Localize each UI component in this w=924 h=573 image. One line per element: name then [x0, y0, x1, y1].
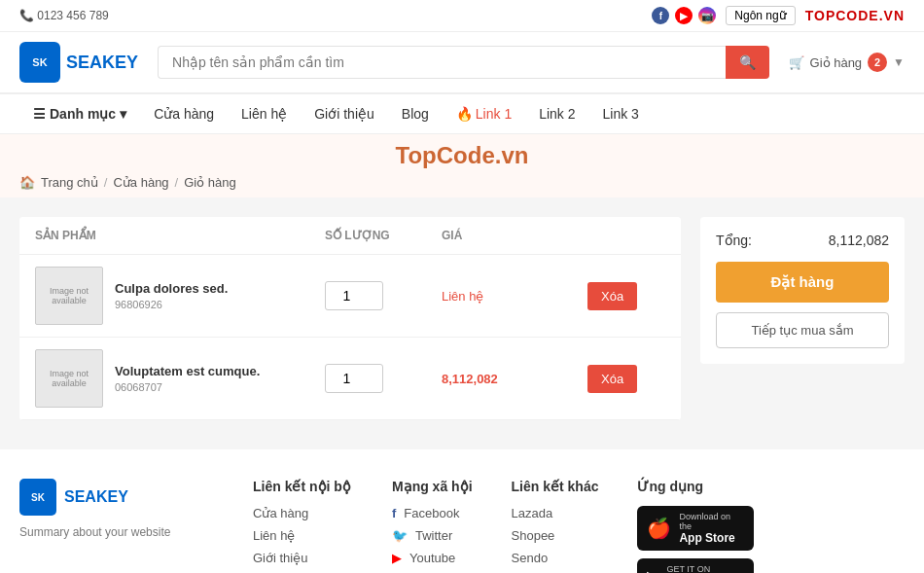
footer-social-title: Mạng xã hội [392, 479, 473, 494]
price-contact-1: Liên hệ [442, 289, 483, 304]
table-row: Image not available Voluptatem est cumqu… [19, 338, 681, 420]
total-label: Tổng: [716, 233, 752, 248]
language-button[interactable]: Ngôn ngữ [726, 6, 795, 25]
footer-top: SK SEAKEY Summary about your website Liê… [19, 479, 905, 573]
youtube-topbar-icon[interactable]: ▶ [675, 7, 693, 24]
list-item[interactable]: Cửa hàng [253, 506, 353, 520]
google-play-button[interactable]: ▶ GET IT ON Google Play [637, 558, 754, 573]
search-button[interactable]: 🔍 [726, 46, 769, 79]
col-product: SẢN PHẨM [35, 229, 325, 242]
footer-internal-links: Cửa hàng Liên hệ Giới thiệu Tra cứu đơn … [253, 506, 353, 573]
product-details-2: Voluptatem est cumque. 06068707 [115, 364, 260, 393]
footer-logo-icon: SK [19, 479, 56, 516]
product-name-1: Culpa dolores sed. [115, 281, 228, 296]
col-price: GIÁ [442, 229, 587, 242]
continue-button[interactable]: Tiếp tục mua sắm [716, 312, 889, 348]
qty-input-2[interactable] [325, 364, 383, 393]
product-sku-1: 96806926 [115, 299, 228, 310]
social-link-twitter[interactable]: 🐦 Twitter [392, 528, 473, 543]
product-action-2: Xóa [587, 365, 665, 393]
cart-count: 2 [868, 53, 887, 72]
product-image-1: Image not available [35, 267, 103, 325]
order-button[interactable]: Đặt hàng [716, 262, 889, 303]
cart-label: Giỏ hàng [810, 55, 863, 70]
page-title: TopCode.vn [19, 142, 905, 169]
app-store-button[interactable]: 🍎 Download on the App Store [637, 506, 754, 551]
product-qty-2 [325, 364, 442, 393]
footer-other-title: Liên kết khác [512, 479, 599, 494]
col-action [587, 229, 665, 242]
instagram-topbar-icon[interactable]: 📷 [698, 7, 716, 24]
top-bar-right: f ▶ 📷 Ngôn ngữ TOPCODE.VN [652, 6, 905, 25]
nav-item-link1[interactable]: 🔥 Link 1 [443, 94, 525, 133]
menu-icon: ☰ [33, 106, 46, 122]
facebook-topbar-icon[interactable]: f [652, 7, 669, 24]
social-icons: f ▶ 📷 [652, 7, 716, 24]
social-link-youtube[interactable]: ▶ Youtube [392, 551, 473, 565]
nav-item-lienhe[interactable]: Liên hệ [228, 94, 301, 133]
product-name-2: Voluptatem est cumque. [115, 364, 260, 378]
footer-col-apps: Ứng dụng 🍎 Download on the App Store ▶ G… [637, 479, 754, 573]
footer: SK SEAKEY Summary about your website Liê… [0, 449, 924, 573]
footer-internal-title: Liên kết nội bộ [253, 479, 353, 494]
qty-input-1[interactable] [325, 281, 383, 310]
cart-dropdown-arrow: ▼ [893, 55, 905, 69]
fire-icon: 🔥 [456, 106, 473, 122]
nav-item-gioithieu[interactable]: Giới thiệu [301, 94, 388, 133]
product-sku-2: 06068707 [115, 381, 260, 393]
col-qty: SỐ LƯỢNG [325, 229, 442, 242]
logo-icon: SK [19, 42, 60, 83]
nav-item-link2[interactable]: Link 2 [525, 94, 588, 133]
phone-number: 📞 0123 456 789 [19, 9, 109, 22]
summary-panel: Tổng: 8,112,082 Đặt hàng Tiếp tục mua sắ… [700, 217, 905, 364]
twitter-icon: 🐦 [392, 528, 408, 543]
product-info-1: Image not available Culpa dolores sed. 9… [35, 267, 325, 325]
list-item[interactable]: Lazada [512, 506, 599, 520]
delete-button-2[interactable]: Xóa [587, 365, 637, 393]
nav-item-link3[interactable]: Link 3 [589, 94, 653, 133]
chevron-down-icon: ▾ [120, 106, 126, 122]
product-info-2: Image not available Voluptatem est cumqu… [35, 349, 325, 408]
cart-table: SẢN PHẨM SỐ LƯỢNG GIÁ Image not availabl… [19, 217, 681, 420]
breadcrumb-area: TopCode.vn 🏠 Trang chủ / Cửa hàng / Giỏ … [0, 134, 924, 197]
total-value: 8,112,082 [829, 233, 889, 248]
footer-brand-name: SEAKEY [64, 488, 128, 506]
product-price-1: Liên hệ [442, 288, 587, 304]
product-action-1: Xóa [587, 282, 665, 310]
breadcrumb-current: Giỏ hàng [184, 175, 236, 190]
price-number-2: 8,112,082 [442, 372, 498, 386]
search-input[interactable] [158, 46, 726, 79]
footer-tagline: Summary about your website [19, 525, 214, 539]
google-play-icon: ▶ [647, 567, 658, 574]
google-play-label: GET IT ON [666, 564, 733, 573]
breadcrumb: 🏠 Trang chủ / Cửa hàng / Giỏ hàng [19, 175, 905, 190]
delete-button-1[interactable]: Xóa [587, 282, 637, 310]
breadcrumb-shop[interactable]: Cửa hàng [113, 175, 168, 190]
brand-logo-topbar: TOPCODE.VN [805, 8, 905, 23]
app-store-name: App Store [679, 531, 744, 545]
social-link-facebook[interactable]: f Facebook [392, 506, 473, 520]
list-item[interactable]: Shopee [512, 528, 599, 543]
nav-item-cuahang[interactable]: Cửa hàng [140, 94, 228, 133]
nav-item-danhmuc[interactable]: ☰ Danh mục ▾ [19, 94, 140, 133]
apple-icon: 🍎 [647, 517, 671, 540]
footer-social-links: f Facebook 🐦 Twitter ▶ Youtube 📷 Instagr… [392, 506, 473, 573]
footer-apps-title: Ứng dụng [637, 479, 754, 494]
list-item[interactable]: Giới thiệu [253, 551, 353, 565]
product-image-2: Image not available [35, 349, 103, 408]
footer-brand: SK SEAKEY Summary about your website [19, 479, 214, 573]
list-item[interactable]: Sendo [512, 551, 599, 565]
youtube-icon: ▶ [392, 551, 402, 565]
header-logo[interactable]: SK SEAKEY [19, 42, 138, 83]
footer-col-social: Mạng xã hội f Facebook 🐦 Twitter ▶ Youtu… [392, 479, 473, 573]
cart-icon: 🛒 [789, 55, 804, 70]
top-bar: 📞 0123 456 789 f ▶ 📷 Ngôn ngữ TOPCODE.VN [0, 0, 924, 32]
breadcrumb-home[interactable]: Trang chủ [41, 175, 98, 190]
cart-area[interactable]: 🛒 Giỏ hàng 2 ▼ [789, 53, 905, 72]
footer-col-other: Liên kết khác Lazada Shopee Sendo Tiki [512, 479, 599, 573]
cart-header: SẢN PHẨM SỐ LƯỢNG GIÁ [19, 217, 681, 255]
list-item[interactable]: Liên hệ [253, 528, 353, 543]
search-wrapper: 🔍 [158, 46, 769, 79]
product-price-2: 8,112,082 [442, 371, 587, 386]
nav-item-blog[interactable]: Blog [388, 94, 443, 133]
